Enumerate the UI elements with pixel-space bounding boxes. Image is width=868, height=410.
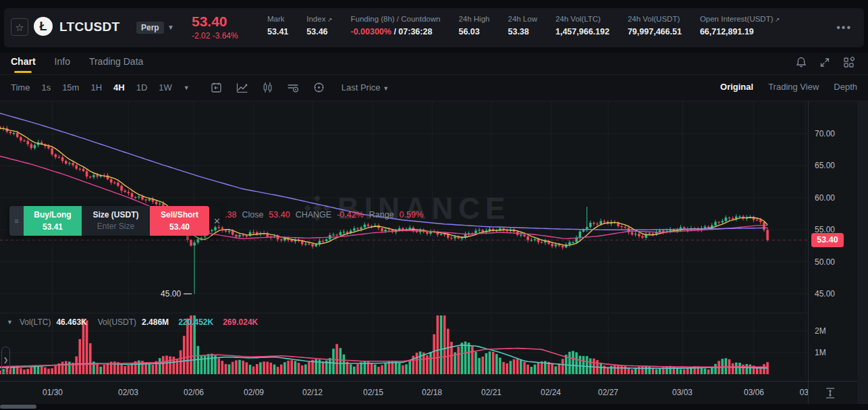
volume-collapse-chevron-icon[interactable]: ▼ [7,319,13,326]
axis-corner [809,381,857,404]
sell-short-button[interactable]: Sell/Short 53.40 [150,206,209,236]
interval-1s[interactable]: 1s [41,82,51,93]
interval-1h[interactable]: 1H [90,82,102,93]
buy-long-button[interactable]: Buy/Long 53.41 [24,206,82,236]
view-tab-depth[interactable]: Depth [834,82,857,92]
time-tick-label: 02/06 [184,388,204,397]
price-tick-label: 45.00 [815,289,835,299]
chart-toolbar: Time 1s15m1H4H1D1W ▼ Last Price ▼ Origin… [0,75,868,101]
time-tick-label: 02/27 [598,388,618,397]
panel-expander-chevron-icon[interactable]: ❯ [1,347,10,374]
close-value: 53.40 [269,210,290,220]
time-tick-label: 02/21 [481,388,501,397]
stat-label: Open Interest(USDT) ↗ [700,15,780,23]
stat-value: 53.46 [306,27,332,36]
last-price-axis-badge: 53.40 [811,233,844,247]
time-tick-label: 03/06 [744,388,764,397]
stat-label: 24h High [458,15,489,23]
price-mode-select[interactable]: Last Price ▼ [342,82,389,93]
stat-label: 24h Vol(USDT) [628,15,682,23]
auto-fit-scale-icon[interactable] [825,387,836,399]
time-label: Time [11,82,30,93]
time-tick-label: 02/18 [422,388,442,397]
interval-more-caret-icon[interactable]: ▼ [184,84,190,91]
ohlc-low-fragment: .38 [225,210,236,220]
symbol-name[interactable]: LTCUSDT [59,20,119,34]
change-value: -0.42% [337,210,364,220]
time-tick-label: 03/ [800,388,808,397]
header-stat: Index ↗53.46 [306,15,332,36]
price-axis[interactable]: 70.0065.0060.0055.0050.0045.0053.402M1M [809,101,857,404]
stat-value: -0.00300% / 07:36:28 [350,27,440,36]
ohlc-info-bar: .38 Close 53.40 CHANGE -0.42% Range 0.59… [225,210,423,220]
widget-drag-handle-icon[interactable]: ≡ [9,206,24,236]
time-tick-label: 02/09 [244,388,264,397]
pane-divider [0,313,808,313]
external-link-arrow-icon: ↗ [774,16,780,23]
chart-view-tabs: OriginalTrading ViewDepth [720,82,857,92]
notification-bell-icon[interactable] [796,57,807,68]
header-stat: Open Interest(USDT) ↗66,712,891.19 [700,15,780,36]
stat-value: 53.41 [267,27,288,36]
interval-4h[interactable]: 4H [113,82,125,93]
contract-type-badge: Perp [136,22,164,34]
stat-label: Index ↗ [306,15,332,23]
price-tick-label: 60.00 [815,193,835,203]
price-tick-label: 70.00 [815,129,835,138]
widget-close-icon[interactable]: ✕ [213,216,221,226]
svg-text:45.00: 45.00 [161,289,181,299]
interval-1w[interactable]: 1W [159,82,172,93]
header-stat: Mark53.41 [267,15,288,36]
symbol-dropdown-caret-icon[interactable]: ▼ [167,24,174,31]
volume-tick-label: 2M [815,326,826,336]
interval-controls: Time 1s15m1H4H1D1W ▼ Last Price ▼ [11,82,389,93]
change-label: CHANGE [296,210,331,220]
stat-value: 1,457,966.192 [555,27,609,36]
sell-short-price: 53.40 [150,222,209,232]
header-more-icon[interactable]: ••• [836,22,852,34]
size-label: Size (USDT) [82,210,150,220]
page-tabs-bar: ChartInfoTrading Data [0,53,868,75]
indicators-icon[interactable] [287,82,299,93]
time-tick-label: 03/03 [672,388,693,397]
interval-15m[interactable]: 15m [62,82,79,93]
size-input[interactable] [85,222,147,231]
chart-style-icon[interactable] [236,82,248,93]
interval-buttons: 1s15m1H4H1D1W [41,82,171,93]
chart-settings-icon[interactable] [313,82,325,93]
tab-chart[interactable]: Chart [11,56,36,73]
range-value: 0.59% [400,210,423,220]
price-change: -2.02 -3.64% [192,31,238,41]
chart-tool-icons [211,82,325,93]
litecoin-logo: Ł [34,17,53,36]
vol-ltc-value: 46.463K [56,317,86,327]
stat-label: Funding (8h) / Countdown [350,15,440,23]
time-tick-label: 02/03 [118,388,138,397]
tab-trading-data[interactable]: Trading Data [89,56,143,73]
fullscreen-expand-icon[interactable] [819,57,830,68]
right-edge-strip [857,101,868,404]
favorite-star-icon[interactable]: ☆ [11,18,28,36]
size-field-wrap: Size (USDT) [82,206,150,236]
header-stats: Mark53.41Index ↗53.46Funding (8h) / Coun… [267,15,780,36]
vol-ltc-label: Vol(LTC) [20,317,51,327]
tab-bar-icons [796,57,855,68]
time-axis[interactable]: 01/3002/0302/0602/0902/1202/1502/1802/21… [0,381,808,404]
header-stat: Funding (8h) / Countdown-0.00300% / 07:3… [350,15,440,36]
stat-label: 24h Vol(LTC) [555,15,609,23]
view-tab-original[interactable]: Original [720,82,753,92]
tab-info[interactable]: Info [55,56,70,73]
vol-usdt-value: 2.486M [142,317,169,327]
layout-grid-icon[interactable] [843,57,855,68]
jump-to-date-icon[interactable] [211,82,222,93]
view-tab-trading-view[interactable]: Trading View [768,82,819,92]
interval-1d[interactable]: 1D [136,82,148,93]
vol-ma2-value: 269.024K [223,317,258,327]
time-tick-label: 02/15 [363,388,383,397]
stat-label: Mark [267,15,288,23]
horizontal-scrollbar-thumb[interactable] [0,405,36,409]
stat-value: 56.03 [458,27,489,36]
header-stat: 24h Vol(USDT)79,997,466.51 [628,15,682,36]
header-stat: 24h Vol(LTC)1,457,966.192 [555,15,609,36]
candlestick-style-icon[interactable] [263,82,273,93]
